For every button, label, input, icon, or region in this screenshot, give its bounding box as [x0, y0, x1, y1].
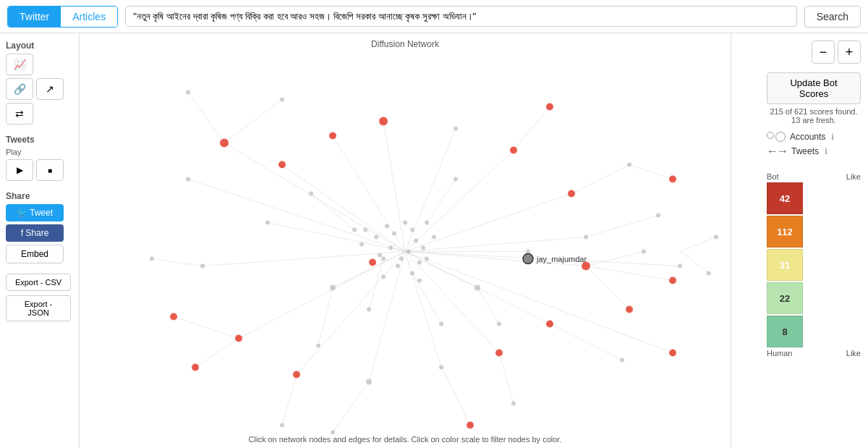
zoom-in-button[interactable]: + — [838, 41, 861, 64]
svg-line-27 — [586, 216, 658, 237]
facebook-share-button[interactable]: f Share — [6, 224, 64, 242]
svg-point-130 — [170, 313, 177, 321]
color-bars-container[interactable]: 4211231228 — [767, 182, 861, 347]
color-bar-item[interactable]: 31 — [767, 249, 803, 281]
svg-point-73 — [186, 90, 190, 95]
svg-point-84 — [150, 257, 154, 261]
human-label-row: Human Like — [767, 349, 861, 358]
layout-icon-row-1: 📈 — [6, 54, 73, 75]
svg-point-122 — [510, 147, 517, 154]
tweet-share-button[interactable]: 🐦 Tweet — [6, 204, 64, 221]
svg-line-7 — [405, 252, 499, 353]
svg-point-105 — [407, 250, 411, 254]
zoom-out-button[interactable]: − — [812, 41, 835, 64]
export-buttons: Export - CSV Export - JSON — [6, 274, 73, 321]
svg-line-0 — [224, 143, 405, 252]
svg-line-21 — [188, 93, 224, 143]
svg-point-116 — [432, 235, 436, 240]
top-bar: Twitter Articles Search — [0, 0, 868, 33]
embed-button[interactable]: Embed — [6, 245, 64, 263]
svg-point-65 — [265, 221, 270, 225]
svg-line-4 — [297, 252, 405, 375]
svg-point-135 — [467, 422, 474, 429]
color-bar-item[interactable]: 22 — [767, 282, 803, 314]
svg-point-76 — [642, 250, 646, 254]
svg-line-26 — [586, 266, 673, 281]
svg-line-31 — [174, 317, 239, 339]
export-csv-button[interactable]: Export - CSV — [6, 274, 71, 291]
svg-point-72 — [410, 271, 414, 276]
svg-point-49 — [186, 177, 190, 182]
bot-label: Bot — [767, 172, 779, 181]
play-label: Play — [6, 148, 73, 156]
svg-point-139 — [369, 259, 376, 266]
svg-point-86 — [497, 322, 501, 326]
search-input[interactable] — [125, 6, 797, 27]
svg-line-13 — [405, 129, 456, 252]
svg-point-94 — [331, 431, 335, 435]
svg-point-74 — [280, 98, 284, 102]
search-button[interactable]: Search — [804, 6, 861, 28]
svg-point-58 — [584, 235, 588, 240]
layout-icon-3[interactable]: ↗ — [36, 78, 64, 100]
color-bar-item[interactable]: 8 — [767, 316, 803, 347]
svg-line-30 — [195, 339, 239, 368]
export-json-button[interactable]: Export - JSON — [6, 295, 71, 321]
svg-line-36 — [427, 179, 456, 223]
layout-icon-1[interactable]: 📈 — [6, 54, 33, 75]
play-controls: ▶ ■ — [6, 159, 73, 181]
network-area[interactable]: Diffusion Network — [80, 33, 731, 448]
svg-point-106 — [417, 261, 422, 265]
svg-point-137 — [669, 350, 676, 357]
update-bot-scores-button[interactable]: Update Bot Scores — [767, 72, 861, 104]
accounts-info-icon[interactable]: ℹ — [831, 132, 834, 142]
svg-point-90 — [439, 322, 443, 326]
svg-point-61 — [454, 127, 458, 131]
tab-twitter[interactable]: Twitter — [8, 7, 61, 27]
svg-point-53 — [366, 379, 372, 385]
svg-line-24 — [586, 252, 644, 266]
svg-point-114 — [425, 257, 429, 261]
node-jay-majumdar[interactable] — [523, 254, 533, 264]
svg-point-131 — [192, 364, 199, 371]
color-bar-item[interactable]: 112 — [767, 216, 803, 248]
svg-point-92 — [678, 264, 682, 269]
layout-icon-4[interactable]: ⇄ — [6, 103, 33, 124]
scores-fresh-text: 13 are fresh. — [791, 116, 836, 124]
tweets-info-icon[interactable]: ℹ — [825, 147, 827, 156]
color-bar-item[interactable]: 42 — [767, 182, 803, 214]
tab-articles[interactable]: Articles — [61, 7, 117, 27]
human-label: Human — [767, 349, 792, 358]
svg-line-22 — [224, 100, 282, 143]
svg-line-12 — [405, 151, 514, 252]
svg-point-71 — [381, 257, 386, 261]
svg-line-25 — [586, 266, 629, 310]
svg-point-50 — [200, 264, 205, 269]
svg-line-44 — [571, 165, 629, 194]
network-graph[interactable]: jay_majumdar — [80, 33, 731, 448]
svg-point-66 — [330, 285, 336, 291]
svg-point-98 — [707, 271, 711, 276]
svg-point-68 — [526, 250, 530, 254]
layout-icon-2[interactable]: 🔗 — [6, 78, 33, 100]
svg-point-104 — [392, 232, 396, 236]
svg-point-88 — [454, 177, 458, 182]
right-panel: − + Update Bot Scores 215 of 621 scores … — [731, 33, 868, 448]
svg-point-132 — [293, 371, 300, 379]
svg-line-1 — [188, 179, 405, 252]
layout-icon-row-2: 🔗 ↗ — [6, 78, 73, 100]
circle-small — [767, 132, 774, 139]
svg-point-93 — [620, 358, 624, 363]
svg-line-33 — [318, 288, 333, 346]
stop-icon: ■ — [48, 166, 52, 174]
stop-button[interactable]: ■ — [36, 159, 64, 181]
svg-line-32 — [152, 259, 203, 266]
svg-point-89 — [367, 308, 371, 312]
scores-found-text: 215 of 621 scores found. — [770, 107, 857, 116]
svg-point-109 — [410, 228, 414, 232]
play-button[interactable]: ▶ — [6, 159, 33, 181]
svg-point-67 — [475, 285, 480, 291]
svg-point-103 — [414, 239, 418, 243]
like-label-top: Like — [846, 172, 861, 181]
svg-line-35 — [311, 194, 354, 230]
